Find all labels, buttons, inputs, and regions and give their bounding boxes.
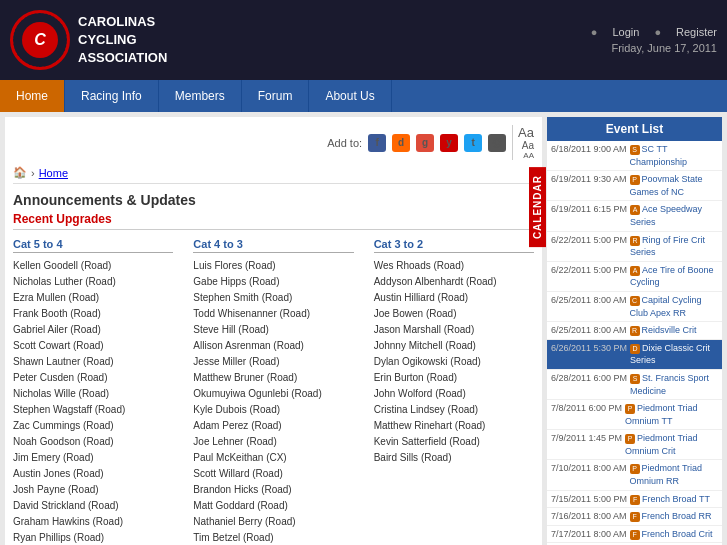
event-type-icon: F [630, 495, 640, 505]
twitter-icon[interactable]: t [464, 134, 482, 152]
date-display: Friday, June 17, 2011 [611, 42, 717, 54]
left-content: Add to: f d g y t @ Aa Aa AA 🏠 › Home An… [5, 117, 542, 545]
event-type-icon: P [630, 464, 640, 474]
category-col-3to2: Cat 3 to 2 Wes Rhoads (Road) Addyson Alb… [374, 238, 534, 545]
font-small[interactable]: Aa [522, 140, 534, 151]
event-item[interactable]: 6/22/2011 5:00 PM RRing of Fire Crit Ser… [547, 232, 722, 262]
google-icon[interactable]: g [416, 134, 434, 152]
riders-4to3: Luis Flores (Road) Gabe Hipps (Road) Ste… [193, 258, 353, 545]
logo-area: C CAROLINAS CYCLING ASSOCIATION [10, 10, 167, 70]
event-item[interactable]: 6/28/2011 6:00 PM SSt. Francis Sport Med… [547, 370, 722, 400]
event-item[interactable]: 7/16/2011 8:00 AM FFrench Broad RR [547, 508, 722, 526]
event-item[interactable]: 7/8/2011 6:00 PM PPiedmont Triad Omnium … [547, 400, 722, 430]
event-item[interactable]: 7/17/2011 8:00 AM FFrench Broad Crit [547, 526, 722, 544]
event-list-header: Event List [547, 117, 722, 141]
event-item[interactable]: 6/18/2011 9:00 AM SSC TT Championship [547, 141, 722, 171]
riders-3to2: Wes Rhoads (Road) Addyson Albenhardt (Ro… [374, 258, 534, 466]
event-item-highlighted[interactable]: 6/26/2011 5:30 PM DDixie Classic Crit Se… [547, 340, 722, 370]
categories-container: Cat 5 to 4 Kellen Goodell (Road) Nichola… [13, 238, 534, 545]
breadcrumb-home-link[interactable]: Home [39, 167, 68, 179]
login-link[interactable]: Login [612, 26, 639, 38]
email-icon[interactable]: @ [488, 134, 506, 152]
font-large[interactable]: Aa [518, 125, 534, 140]
nav-item-about[interactable]: About Us [309, 80, 391, 112]
facebook-icon[interactable]: f [368, 134, 386, 152]
cat5to4-header: Cat 5 to 4 [13, 238, 173, 253]
digg-icon[interactable]: d [392, 134, 410, 152]
org-name: CAROLINAS CYCLING ASSOCIATION [78, 13, 167, 68]
header-right: ● Login ● Register Friday, June 17, 2011 [591, 26, 717, 54]
event-item[interactable]: 6/25/2011 8:00 AM CCapital Cycling Club … [547, 292, 722, 322]
cat3to2-header: Cat 3 to 2 [374, 238, 534, 253]
event-type-icon: P [625, 404, 635, 414]
nav-item-home[interactable]: Home [0, 80, 65, 112]
event-type-icon: C [630, 296, 640, 306]
register-link[interactable]: Register [676, 26, 717, 38]
nav: Home Racing Info Members Forum About Us [0, 80, 727, 112]
event-item[interactable]: 7/10/2011 8:00 AM PPiedmont Triad Omnium… [547, 460, 722, 490]
logo-letter: C [22, 22, 58, 58]
category-col-4to3: Cat 4 to 3 Luis Flores (Road) Gabe Hipps… [193, 238, 353, 545]
auth-links: ● Login ● Register [591, 26, 717, 38]
calendar-tab: CALENDAR [529, 167, 546, 247]
event-type-icon: A [630, 266, 640, 276]
event-item[interactable]: 7/9/2011 1:45 PM PPiedmont Triad Omnium … [547, 430, 722, 460]
nav-item-racing[interactable]: Racing Info [65, 80, 159, 112]
event-type-icon: D [630, 344, 640, 354]
event-type-icon: P [625, 434, 635, 444]
event-item[interactable]: 6/22/2011 5:00 PM AAce Tire of Boone Cyc… [547, 262, 722, 292]
event-type-icon: R [630, 326, 640, 336]
home-icon: 🏠 [13, 166, 27, 179]
event-type-icon: A [630, 205, 640, 215]
event-item[interactable]: 6/19/2011 9:30 AM PPoovmak State Games o… [547, 171, 722, 201]
event-type-icon: S [630, 145, 640, 155]
announcements-title: Announcements & Updates [13, 192, 534, 208]
toolbar: Add to: f d g y t @ Aa Aa AA [13, 125, 534, 160]
main-container: Add to: f d g y t @ Aa Aa AA 🏠 › Home An… [0, 112, 727, 545]
event-item[interactable]: 7/15/2011 5:00 PM FFrench Broad TT [547, 491, 722, 509]
header: C CAROLINAS CYCLING ASSOCIATION ● Login … [0, 0, 727, 80]
breadcrumb: 🏠 › Home [13, 166, 534, 184]
logo-circle: C [10, 10, 70, 70]
add-to-label: Add to: [327, 137, 362, 149]
category-col-5to4: Cat 5 to 4 Kellen Goodell (Road) Nichola… [13, 238, 173, 545]
event-item[interactable]: 6/19/2011 6:15 PM AAce Speedway Series [547, 201, 722, 231]
right-sidebar: CALENDAR Event List 6/18/2011 9:00 AM SS… [547, 117, 722, 545]
breadcrumb-separator: › [31, 167, 35, 179]
nav-item-members[interactable]: Members [159, 80, 242, 112]
font-controls: Aa Aa AA [512, 125, 534, 160]
event-type-icon: F [630, 530, 640, 540]
nav-item-forum[interactable]: Forum [242, 80, 310, 112]
event-type-icon: F [630, 512, 640, 522]
cat4to3-header: Cat 4 to 3 [193, 238, 353, 253]
announcements-section: Announcements & Updates Recent Upgrades … [13, 192, 534, 545]
youtube-icon[interactable]: y [440, 134, 458, 152]
event-type-icon: P [630, 175, 640, 185]
event-item[interactable]: 6/25/2011 8:00 AM RReidsville Crit [547, 322, 722, 340]
font-tiny[interactable]: AA [523, 151, 534, 160]
event-type-icon: R [630, 236, 640, 246]
recent-upgrades-title: Recent Upgrades [13, 212, 534, 230]
event-list-body: 6/18/2011 9:00 AM SSC TT Championship 6/… [547, 141, 722, 545]
riders-5to4: Kellen Goodell (Road) Nicholas Luther (R… [13, 258, 173, 545]
event-type-icon: S [630, 374, 640, 384]
